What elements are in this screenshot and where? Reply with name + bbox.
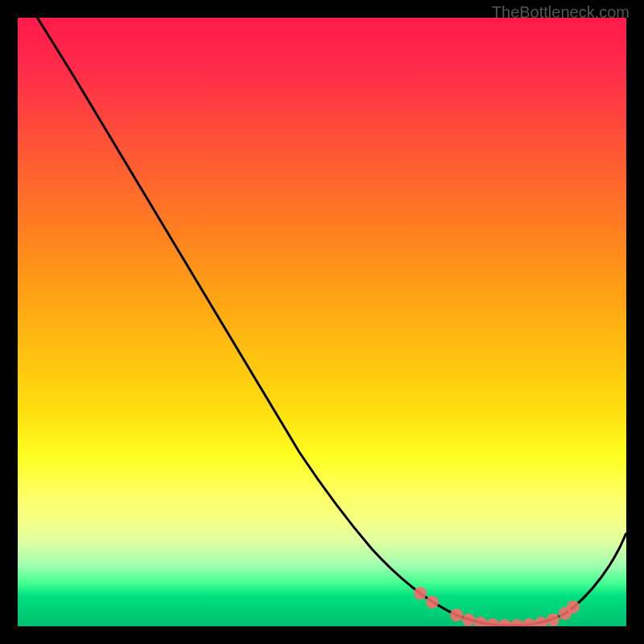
data-point — [510, 619, 523, 626]
data-point — [450, 609, 463, 621]
data-point — [426, 596, 439, 609]
data-point — [486, 618, 499, 626]
chart-svg — [18, 18, 626, 626]
data-point — [462, 613, 475, 626]
data-point — [547, 613, 559, 626]
data-point — [498, 619, 511, 626]
data-point — [535, 617, 547, 626]
data-point — [474, 617, 487, 626]
data-point — [522, 618, 535, 626]
plot-area — [18, 18, 626, 626]
watermark-text: TheBottleneck.com — [492, 3, 630, 22]
data-point — [414, 587, 427, 600]
data-point — [567, 601, 580, 613]
bottleneck-curve — [18, 18, 626, 625]
